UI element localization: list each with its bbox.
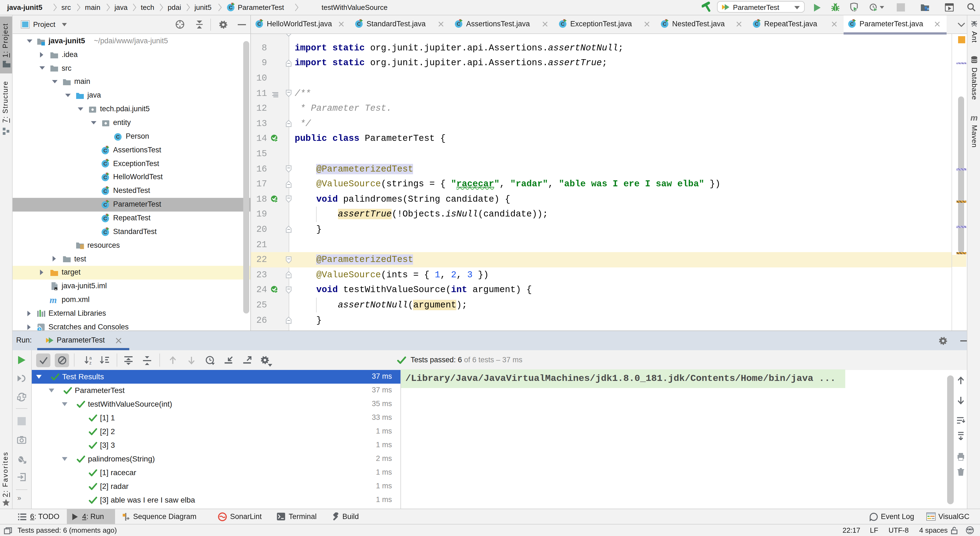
svg-text:C: C [103, 216, 107, 222]
svg-text:C: C [103, 202, 107, 208]
svg-text:a: a [89, 356, 91, 360]
svg-text:C: C [457, 21, 461, 27]
svg-text:C: C [755, 21, 759, 27]
svg-text:C: C [103, 175, 107, 180]
svg-text:C: C [663, 21, 667, 27]
svg-text:C: C [103, 229, 107, 235]
svg-text:C: C [103, 161, 107, 167]
svg-text:C: C [561, 21, 565, 27]
svg-text:z: z [89, 361, 91, 365]
svg-text:C: C [229, 5, 233, 10]
svg-text:C: C [116, 134, 120, 140]
svg-text:C: C [357, 21, 361, 27]
svg-text:C: C [258, 21, 261, 27]
svg-text:C: C [103, 188, 107, 194]
svg-text:C: C [103, 147, 107, 153]
svg-text:C: C [850, 21, 854, 27]
